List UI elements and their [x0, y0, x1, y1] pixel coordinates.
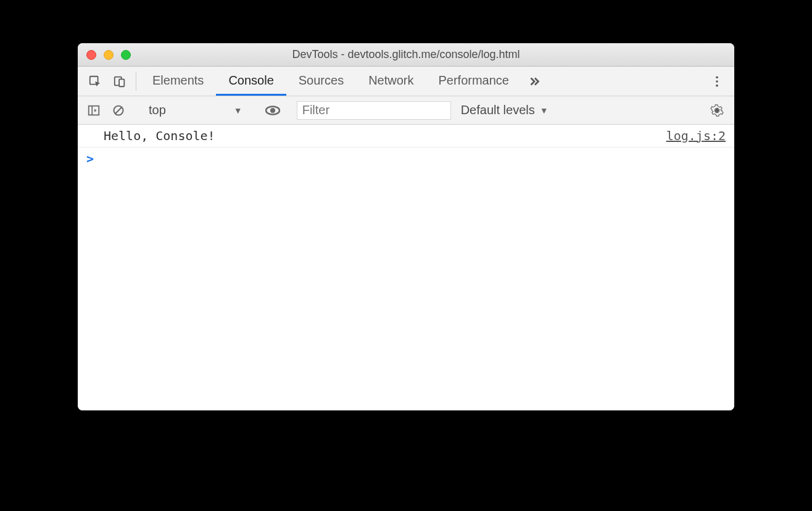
devtools-window: DevTools - devtools.glitch.me/console/lo…: [78, 43, 734, 410]
clear-console-icon[interactable]: [107, 104, 130, 117]
live-expression-icon[interactable]: [262, 103, 284, 118]
log-levels-selector[interactable]: Default levels ▼: [454, 103, 556, 117]
console-toolbar: top ▼ Default levels ▼: [78, 96, 734, 125]
console-message-text: Hello, Console!: [104, 128, 215, 143]
customize-devtools-icon[interactable]: [705, 75, 729, 88]
console-prompt[interactable]: >: [78, 147, 734, 170]
svg-point-12: [715, 109, 719, 112]
console-output: Hello, Console! log.js:2 >: [78, 125, 734, 410]
tab-performance[interactable]: Performance: [426, 67, 522, 96]
console-message-row: Hello, Console! log.js:2: [78, 125, 734, 147]
svg-line-9: [115, 107, 122, 114]
chevron-down-icon: ▼: [540, 106, 549, 115]
console-settings-icon[interactable]: [705, 104, 729, 117]
levels-label: Default levels: [461, 103, 535, 117]
tab-network[interactable]: Network: [356, 67, 426, 96]
prompt-caret-icon: >: [86, 151, 94, 166]
titlebar: DevTools - devtools.glitch.me/console/lo…: [78, 43, 734, 67]
svg-point-11: [270, 108, 275, 113]
svg-rect-6: [89, 106, 99, 115]
tab-sources[interactable]: Sources: [286, 67, 356, 96]
context-label: top: [149, 103, 166, 117]
more-tabs-icon[interactable]: [521, 67, 547, 96]
window-title: DevTools - devtools.glitch.me/console/lo…: [78, 48, 734, 61]
inspect-element-icon[interactable]: [83, 67, 107, 96]
svg-rect-2: [119, 79, 124, 86]
svg-point-3: [716, 76, 718, 78]
panel-tabstrip: Elements Console Sources Network Perform…: [78, 67, 734, 96]
toggle-console-sidebar-icon[interactable]: [83, 104, 105, 117]
console-source-link[interactable]: log.js:2: [666, 128, 726, 143]
svg-point-5: [716, 84, 718, 86]
filter-input[interactable]: [297, 101, 451, 120]
tab-elements[interactable]: Elements: [140, 67, 216, 96]
context-selector[interactable]: top ▼: [143, 103, 249, 117]
device-toolbar-icon[interactable]: [107, 67, 132, 96]
panel-tabs: Elements Console Sources Network Perform…: [140, 67, 521, 96]
svg-point-4: [716, 80, 718, 83]
tab-console[interactable]: Console: [216, 67, 286, 96]
chevron-down-icon: ▼: [234, 106, 242, 115]
separator: [136, 72, 136, 91]
